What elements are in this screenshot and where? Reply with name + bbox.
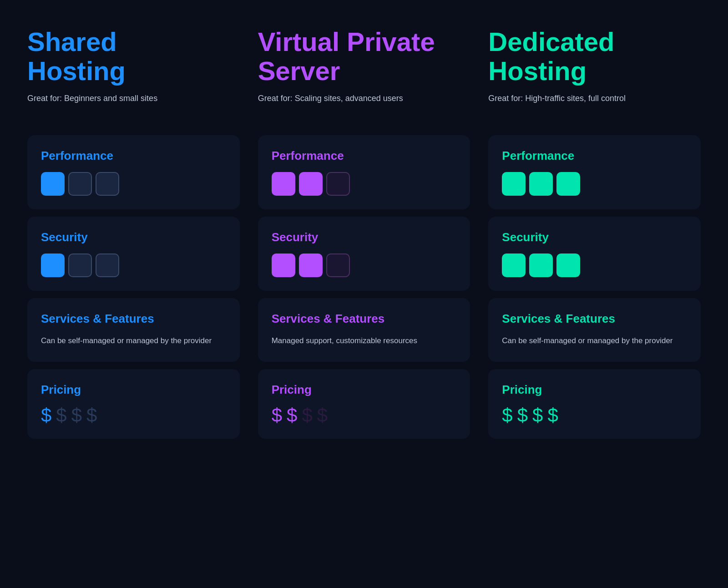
dedicated-dollar-4: $	[547, 406, 558, 425]
shared-performance-title: Performance	[41, 149, 226, 163]
shared-hosting-title: SharedHosting	[27, 27, 240, 86]
dedicated-security-title: Security	[502, 230, 687, 244]
vps-performance-title: Performance	[272, 149, 457, 163]
dedicated-security-block-2	[529, 253, 553, 277]
vps-security-block-1	[272, 253, 295, 277]
shared-pricing-card: Pricing $ $ $ $	[27, 369, 240, 439]
vps-subtitle: Great for: Scaling sites, advanced users	[258, 94, 470, 103]
vps-security-block-3	[326, 253, 350, 277]
dedicated-performance-block-2	[529, 172, 553, 196]
dedicated-security-card: Security	[488, 217, 701, 291]
shared-performance-block-3	[96, 172, 119, 196]
vps-security-title: Security	[272, 230, 457, 244]
dedicated-hosting-title: DedicatedHosting	[488, 27, 701, 86]
vps-title: Virtual PrivateServer	[258, 27, 470, 86]
shared-dollar-1: $	[41, 406, 51, 425]
shared-hosting-subtitle: Great for: Beginners and small sites	[27, 94, 240, 103]
dedicated-cards-column: Performance Security Services & Features	[488, 135, 701, 439]
dedicated-security-block-3	[556, 253, 580, 277]
shared-security-rating	[41, 253, 226, 277]
dedicated-dollar-3: $	[532, 406, 543, 425]
dedicated-dollar-2: $	[517, 406, 528, 425]
vps-performance-rating	[272, 172, 457, 196]
dedicated-performance-block-1	[502, 172, 526, 196]
shared-dollar-2: $	[56, 406, 66, 425]
dedicated-performance-title: Performance	[502, 149, 687, 163]
cards-grid: Performance Security Services & Features	[27, 135, 701, 439]
shared-cards-column: Performance Security Services & Features	[27, 135, 240, 439]
dedicated-hosting-subtitle: Great for: High-traffic sites, full cont…	[488, 94, 701, 103]
shared-services-title: Services & Features	[41, 312, 226, 326]
header-row: SharedHosting Great for: Beginners and s…	[27, 27, 701, 117]
dedicated-pricing-card: Pricing $ $ $ $	[488, 369, 701, 439]
shared-security-block-1	[41, 253, 65, 277]
shared-pricing-title: Pricing	[41, 383, 226, 397]
vps-performance-block-3	[326, 172, 350, 196]
dedicated-security-block-1	[502, 253, 526, 277]
shared-performance-card: Performance	[27, 135, 240, 209]
vps-services-card: Services & Features Managed support, cus…	[258, 298, 470, 362]
dedicated-performance-card: Performance	[488, 135, 701, 209]
shared-pricing-symbols: $ $ $ $	[41, 406, 226, 425]
dedicated-pricing-title: Pricing	[502, 383, 687, 397]
vps-security-block-2	[299, 253, 323, 277]
shared-services-text: Can be self-managed or managed by the pr…	[41, 335, 226, 347]
shared-security-block-3	[96, 253, 119, 277]
vps-dollar-2: $	[287, 406, 297, 425]
dedicated-services-title: Services & Features	[502, 312, 687, 326]
dedicated-dollar-1: $	[502, 406, 512, 425]
vps-security-rating	[272, 253, 457, 277]
shared-security-block-2	[68, 253, 92, 277]
vps-services-title: Services & Features	[272, 312, 457, 326]
vps-cards-column: Performance Security Services & Features	[258, 135, 470, 439]
dedicated-pricing-symbols: $ $ $ $	[502, 406, 687, 425]
dedicated-security-rating	[502, 253, 687, 277]
shared-services-card: Services & Features Can be self-managed …	[27, 298, 240, 362]
vps-dollar-1: $	[272, 406, 282, 425]
vps-dollar-4: $	[317, 406, 328, 425]
shared-dollar-3: $	[71, 406, 82, 425]
dedicated-services-card: Services & Features Can be self-managed …	[488, 298, 701, 362]
shared-performance-block-1	[41, 172, 65, 196]
shared-security-title: Security	[41, 230, 226, 244]
vps-pricing-card: Pricing $ $ $ $	[258, 369, 470, 439]
dedicated-performance-rating	[502, 172, 687, 196]
vps-performance-block-1	[272, 172, 295, 196]
page-layout: SharedHosting Great for: Beginners and s…	[27, 27, 701, 439]
column-header-dedicated: DedicatedHosting Great for: High-traffic…	[488, 27, 701, 103]
dedicated-performance-block-3	[556, 172, 580, 196]
column-header-vps: Virtual PrivateServer Great for: Scaling…	[258, 27, 470, 103]
vps-dollar-3: $	[302, 406, 312, 425]
shared-performance-rating	[41, 172, 226, 196]
vps-pricing-title: Pricing	[272, 383, 457, 397]
vps-services-text: Managed support, customizable resources	[272, 335, 457, 347]
vps-pricing-symbols: $ $ $ $	[272, 406, 457, 425]
vps-performance-card: Performance	[258, 135, 470, 209]
vps-performance-block-2	[299, 172, 323, 196]
shared-dollar-4: $	[86, 406, 97, 425]
shared-performance-block-2	[68, 172, 92, 196]
dedicated-services-text: Can be self-managed or managed by the pr…	[502, 335, 687, 347]
shared-security-card: Security	[27, 217, 240, 291]
vps-security-card: Security	[258, 217, 470, 291]
column-header-shared: SharedHosting Great for: Beginners and s…	[27, 27, 240, 103]
